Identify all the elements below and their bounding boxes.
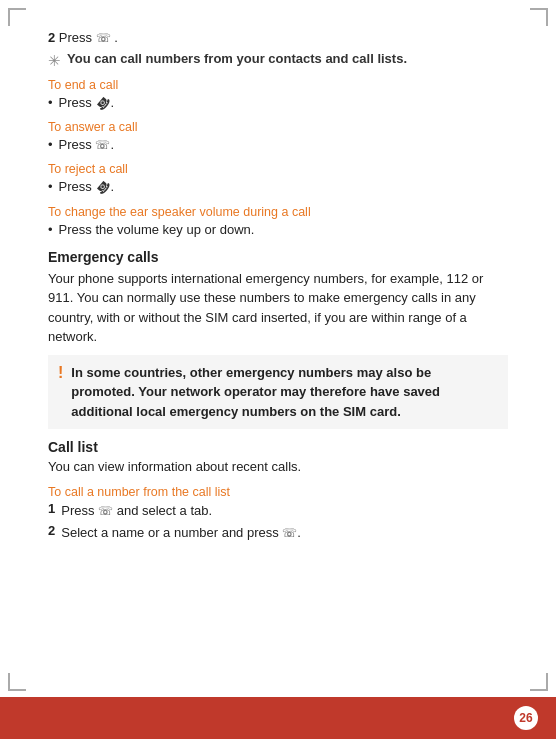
page-content: 2 Press ☏ . ✳ You can call numbers from … — [48, 30, 508, 679]
section-volume-bullet: • Press the volume key up or down. — [48, 221, 508, 239]
step2-phone-icon: ☏ — [282, 524, 297, 542]
volume-text: Press the volume key up or down. — [59, 221, 255, 239]
bullet-dot-reject: • — [48, 178, 53, 196]
section-answer-call-heading: To answer a call — [48, 120, 508, 134]
call-list-body: You can view information about recent ca… — [48, 457, 508, 477]
section-reject-call-heading: To reject a call — [48, 162, 508, 176]
step-1-text: Press ☏ and select a tab. — [61, 501, 212, 521]
reject-call-text: Press ☎. — [59, 178, 114, 196]
section-end-call-heading: To end a call — [48, 78, 508, 92]
section-answer-call-bullet: • Press ☏. — [48, 136, 508, 154]
call-list-step-2: 2 Select a name or a number and press ☏. — [48, 523, 508, 543]
step-2-period: . — [114, 30, 118, 45]
call-list-heading: Call list — [48, 439, 508, 455]
step-2-calllist-text: Select a name or a number and press ☏. — [61, 523, 301, 543]
tip-text: You can call numbers from your contacts … — [67, 51, 407, 66]
corner-mark-bl — [8, 673, 26, 691]
step-2-phone-icon: ☏ — [96, 31, 111, 45]
section-volume-heading: To change the ear speaker volume during … — [48, 205, 508, 219]
end-phone-icon: ☎ — [92, 92, 115, 114]
call-list-step-1: 1 Press ☏ and select a tab. — [48, 501, 508, 521]
bullet-dot-volume: • — [48, 221, 53, 239]
tip-row: ✳ You can call numbers from your contact… — [48, 51, 508, 70]
warning-icon: ! — [58, 364, 63, 382]
end-call-text: Press ☎. — [59, 94, 114, 112]
emergency-body: Your phone supports international emerge… — [48, 269, 508, 347]
warning-box: ! In some countries, other emergency num… — [48, 355, 508, 430]
section-end-call-bullet: • Press ☎. — [48, 94, 508, 112]
footer-bar: 26 — [0, 697, 556, 739]
corner-mark-tl — [8, 8, 26, 26]
call-list-subheading: To call a number from the call list — [48, 485, 508, 499]
emergency-heading: Emergency calls — [48, 249, 508, 265]
warning-text: In some countries, other emergency numbe… — [71, 363, 498, 422]
step-num-2: 2 — [48, 523, 55, 543]
answer-call-text: Press ☏. — [59, 136, 114, 154]
bullet-dot-end: • — [48, 94, 53, 112]
step-2-num: 2 — [48, 30, 55, 45]
step-2-line: 2 Press ☏ . — [48, 30, 508, 45]
section-reject-call-bullet: • Press ☎. — [48, 178, 508, 196]
corner-mark-br — [530, 673, 548, 691]
corner-mark-tr — [530, 8, 548, 26]
tip-sun-icon: ✳ — [48, 52, 61, 70]
step1-phone-icon: ☏ — [98, 502, 113, 520]
answer-phone-icon: ☏ — [95, 137, 110, 154]
step-2-text: Press — [59, 30, 96, 45]
step-num-1: 1 — [48, 501, 55, 521]
bullet-dot-answer: • — [48, 136, 53, 154]
page-number: 26 — [514, 706, 538, 730]
reject-phone-icon: ☎ — [92, 177, 115, 199]
